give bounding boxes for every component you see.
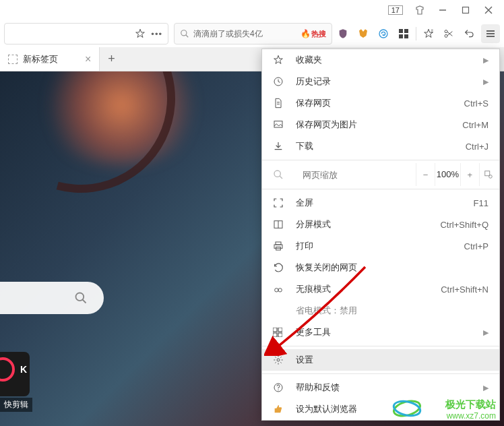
menu-split[interactable]: 分屏模式 Ctrl+Shift+Q — [262, 214, 499, 235]
watermark-logo-icon — [392, 399, 422, 418]
menu-zoom: − 100% + — [262, 163, 499, 186]
menu-history[interactable]: 历史记录 ▶ — [262, 71, 499, 92]
svg-rect-8 — [404, 29, 408, 33]
title-badge[interactable]: 17 — [388, 5, 403, 15]
svg-line-27 — [280, 176, 282, 179]
shield-icon[interactable] — [334, 24, 352, 43]
window-titlebar: 17 — [0, 0, 504, 20]
page-icon — [8, 55, 18, 64]
svg-rect-41 — [278, 333, 282, 337]
menu-print[interactable]: 打印 Ctrl+P — [262, 235, 499, 257]
thumbs-up-icon — [273, 404, 286, 415]
svg-rect-25 — [274, 121, 282, 127]
new-tab-button[interactable]: + — [100, 52, 123, 66]
menu-save-page[interactable]: 保存网页 Ctrl+S — [262, 92, 499, 114]
zoom-in-button[interactable]: + — [460, 163, 479, 186]
chevron-right-icon: ▶ — [483, 56, 489, 65]
svg-point-36 — [278, 288, 282, 292]
svg-point-6 — [379, 30, 387, 38]
svg-rect-9 — [399, 34, 403, 38]
search-pill[interactable] — [0, 282, 104, 314]
svg-rect-40 — [273, 333, 277, 337]
menu-save-as-image[interactable]: 保存网页为图片 Ctrl+M — [262, 114, 499, 135]
search-icon — [273, 169, 284, 180]
fullscreen-icon — [273, 197, 286, 208]
search-box[interactable]: 滴滴崩了或损失4亿 🔥 热搜 — [174, 23, 332, 44]
svg-line-16 — [447, 32, 452, 36]
more-icon[interactable]: ••• — [151, 29, 162, 39]
svg-line-5 — [186, 35, 189, 38]
close-button[interactable] — [478, 0, 499, 20]
grid-icon — [273, 328, 286, 337]
svg-point-4 — [181, 30, 187, 36]
star-icon[interactable] — [135, 28, 146, 39]
watermark: 极光下载站 www.xz7.com — [445, 398, 496, 421]
menu-favorites[interactable]: 收藏夹 ▶ — [262, 49, 499, 71]
zoom-out-button[interactable]: − — [416, 163, 435, 186]
grid-icon[interactable] — [394, 24, 413, 43]
watermark-url: www.xz7.com — [445, 411, 496, 421]
hotsearch-badge[interactable]: 🔥 热搜 — [301, 29, 326, 39]
tab-title: 新标签页 — [23, 53, 58, 65]
address-toolbar: ••• 滴滴崩了或损失4亿 🔥 热搜 — [0, 20, 504, 47]
main-menu: 收藏夹 ▶ 历史记录 ▶ 保存网页 Ctrl+S 保存网页为图片 Ctrl+M … — [261, 49, 500, 421]
svg-point-44 — [278, 390, 278, 390]
menu-button[interactable] — [481, 24, 500, 43]
flame-icon: 🔥 — [301, 29, 311, 38]
svg-point-35 — [275, 288, 278, 292]
url-box[interactable]: ••• — [4, 23, 168, 44]
menu-power-saving[interactable]: 省电模式：禁用 — [262, 300, 499, 322]
menu-reopen-closed[interactable]: 恢复关闭的网页 — [262, 257, 499, 278]
fox-icon[interactable] — [354, 24, 373, 43]
svg-rect-10 — [404, 34, 408, 38]
maximize-button[interactable] — [455, 0, 476, 20]
menu-incognito[interactable]: 无痕模式 Ctrl+Shift+N — [262, 278, 499, 300]
svg-point-42 — [277, 359, 280, 361]
help-icon — [273, 382, 286, 393]
svg-point-29 — [489, 175, 493, 179]
file-icon — [273, 98, 286, 109]
zoom-settings-button[interactable] — [479, 163, 498, 186]
menu-more-tools[interactable]: 更多工具 ▶ — [262, 322, 499, 343]
split-icon — [273, 219, 286, 230]
zoom-input[interactable] — [303, 170, 416, 180]
svg-rect-28 — [485, 171, 490, 176]
menu-downloads[interactable]: 下载 Ctrl+J — [262, 135, 499, 157]
tab-close-button[interactable]: × — [85, 53, 91, 65]
zoom-value: 100% — [435, 163, 460, 186]
undo-icon[interactable] — [460, 24, 478, 43]
clock-icon — [273, 76, 286, 87]
svg-point-20 — [76, 293, 84, 301]
svg-point-26 — [274, 171, 280, 177]
svg-line-21 — [83, 300, 86, 303]
menu-fullscreen[interactable]: 全屏 F11 — [262, 192, 499, 214]
svg-rect-1 — [463, 7, 469, 13]
watermark-title: 极光下载站 — [445, 398, 496, 411]
menu-help[interactable]: 帮助和反馈 ▶ — [262, 377, 499, 398]
svg-rect-38 — [273, 328, 277, 332]
svg-rect-32 — [276, 242, 281, 245]
svg-point-13 — [445, 30, 447, 33]
search-icon — [180, 29, 189, 38]
svg-line-15 — [447, 32, 452, 36]
refresh-circle-icon[interactable] — [374, 24, 393, 43]
svg-rect-39 — [278, 328, 282, 332]
browser-tab[interactable]: 新标签页 × — [0, 47, 100, 71]
chevron-right-icon: ▶ — [483, 328, 489, 337]
bottom-card-label: 快剪辑 — [0, 398, 32, 412]
bottom-card[interactable]: K — [0, 352, 30, 396]
svg-point-14 — [445, 34, 447, 37]
image-icon — [273, 119, 286, 130]
search-placeholder: 滴滴崩了或损失4亿 — [193, 28, 298, 40]
favorite-star-icon[interactable] — [419, 24, 438, 43]
minimize-button[interactable] — [433, 0, 453, 20]
scissors-icon[interactable] — [439, 24, 458, 43]
menu-settings[interactable]: 设置 — [262, 349, 499, 371]
undo-icon — [273, 262, 286, 273]
download-icon — [273, 141, 286, 152]
wardrobe-icon[interactable] — [410, 0, 430, 20]
chevron-right-icon: ▶ — [483, 78, 489, 86]
svg-rect-33 — [274, 245, 282, 248]
chevron-right-icon: ▶ — [483, 384, 489, 392]
incognito-icon — [273, 284, 286, 295]
